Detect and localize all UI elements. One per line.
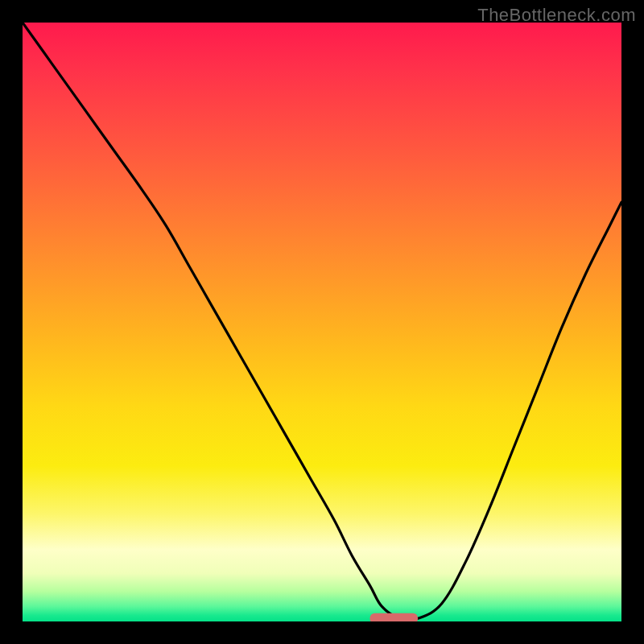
bottleneck-curve xyxy=(23,23,621,621)
optimum-marker xyxy=(370,613,419,621)
chart-frame: TheBottleneck.com xyxy=(0,0,644,644)
watermark-text: TheBottleneck.com xyxy=(477,5,636,26)
curve-layer xyxy=(23,23,621,621)
plot-area xyxy=(23,23,621,621)
